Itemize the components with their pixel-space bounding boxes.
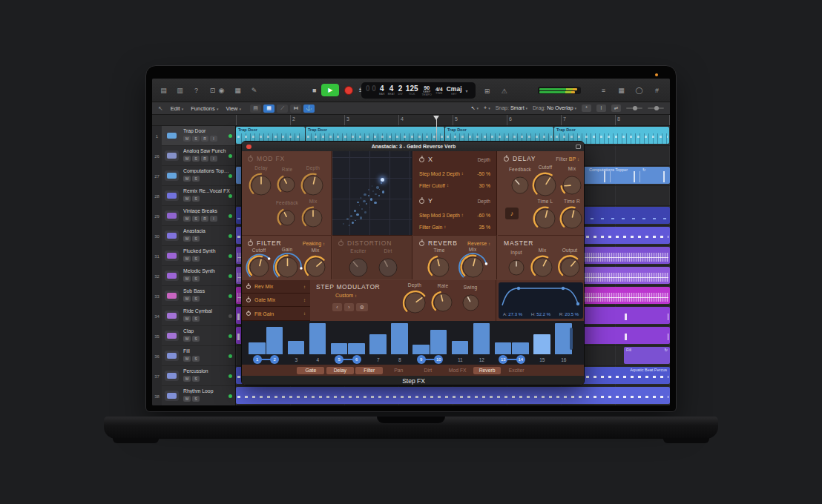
power-icon[interactable] <box>246 311 251 316</box>
track-header-computations-topper[interactable]: 27Computations TopperMS <box>152 166 236 186</box>
target-row-filt-gain[interactable]: Filt Gain↕ <box>242 308 310 321</box>
envelope-display[interactable]: A: 27.3 % H: 52.2 % R: 20.5 % <box>499 282 583 319</box>
back-icon[interactable]: ↖ <box>158 105 163 112</box>
power-icon[interactable] <box>246 298 251 302</box>
input-monitor-button[interactable]: I <box>210 216 217 222</box>
note-pads-icon[interactable]: ▦ <box>616 85 627 95</box>
lcd-tempo[interactable]: 90 KEEP TEMPO <box>422 85 432 96</box>
track-header-fill[interactable]: 36FillMS <box>152 346 236 366</box>
plugin-titlebar[interactable]: Anastacia: 3 - Gated Reverse Verb <box>242 142 585 151</box>
power-icon[interactable] <box>248 241 253 246</box>
mute-button[interactable]: M <box>183 376 191 382</box>
x-depth-value[interactable]: -50 % <box>477 171 490 176</box>
mute-button[interactable]: M <box>183 296 191 302</box>
record-enable-button[interactable]: R <box>201 156 208 162</box>
prev-pattern-button[interactable]: ‹ <box>332 303 342 311</box>
mix-knob[interactable] <box>301 253 330 283</box>
solo-button[interactable]: S <box>192 396 200 402</box>
alert-icon[interactable]: ⚠ <box>499 86 510 96</box>
grid-view-icon[interactable]: ▤ <box>250 105 261 113</box>
step-bar-4[interactable] <box>309 323 326 354</box>
menu-functions[interactable]: Functions ▾ <box>191 105 218 112</box>
output-knob[interactable] <box>556 253 585 283</box>
arrangement-row[interactable] <box>236 386 670 405</box>
track-header-clap[interactable]: 35ClapMS <box>152 326 236 346</box>
target-row-rev-mix[interactable]: Rev Mix↕ <box>242 280 310 294</box>
xy-cursor-dot[interactable] <box>381 178 384 182</box>
smart-controls-icon[interactable]: ◉ <box>216 85 227 95</box>
play-button[interactable]: ▶ <box>321 84 339 96</box>
marquee-icon[interactable]: I <box>596 105 606 112</box>
mute-button[interactable]: M <box>183 256 191 262</box>
track-header-melodic-synth[interactable]: 32Melodic SynthMS <box>152 266 236 286</box>
help-icon[interactable]: ? <box>191 85 202 95</box>
lcd-display[interactable]: 0 0 4BAR 4BEAT 2DIV 125TICK 90 KEEP TEMP… <box>361 82 476 99</box>
step-bar-9[interactable] <box>412 345 430 354</box>
fx-button-exciter[interactable]: Exciter <box>503 367 530 374</box>
region[interactable]: Fill↻ <box>624 347 670 364</box>
solo-button[interactable]: S <box>192 256 200 262</box>
y-depth-value[interactable]: -60 % <box>477 213 490 218</box>
pointer-tool-menu[interactable]: ↖ ▾ <box>471 105 479 111</box>
editors-icon[interactable]: ✎ <box>249 85 260 95</box>
power-icon[interactable] <box>246 285 251 289</box>
step-bar-12[interactable] <box>473 323 490 354</box>
link-icon[interactable] <box>576 145 581 149</box>
pattern-preset-dropdown[interactable]: Custom ↕ <box>335 293 357 298</box>
mute-button[interactable]: M <box>183 316 191 322</box>
mute-button[interactable]: M <box>183 276 191 282</box>
flex-icon[interactable]: ⧓ <box>290 105 301 113</box>
drag-handle[interactable] <box>570 328 573 349</box>
time-knob[interactable] <box>425 253 454 283</box>
track-header-plucked-synth[interactable]: 31Plucked SynthMS <box>152 246 236 266</box>
close-icon[interactable] <box>246 145 251 150</box>
time-r-knob[interactable] <box>557 204 585 235</box>
track-header-percussion[interactable]: 37PercussionMS <box>152 366 236 386</box>
linked-step-numbers[interactable]: 1314 <box>495 354 530 365</box>
step-number-label[interactable]: 9 <box>417 355 426 364</box>
step-number-label[interactable]: 13 <box>499 355 507 364</box>
step-number-label[interactable]: 11 <box>452 357 470 362</box>
step-bar-2[interactable] <box>266 327 283 354</box>
step-number-label[interactable]: 7 <box>369 357 387 362</box>
step-number[interactable]: 4 <box>309 354 327 365</box>
x-assignment-row[interactable]: Step Mod 2 Depth ↕ -50 % <box>419 170 490 177</box>
attack-value[interactable]: A: 27.3 % <box>503 312 522 316</box>
step-bar-6[interactable] <box>348 343 365 354</box>
power-icon[interactable] <box>419 157 424 162</box>
solo-button[interactable]: S <box>192 136 200 142</box>
inspector-icon[interactable]: ▥ <box>174 85 185 95</box>
step-number[interactable]: 8 <box>391 354 409 365</box>
step-number-label[interactable]: 2 <box>270 355 279 364</box>
power-icon[interactable] <box>338 241 343 246</box>
swing-knob[interactable] <box>458 290 484 317</box>
drag-menu[interactable]: Drag: No Overlap ▾ <box>533 105 576 110</box>
chevron-down-icon[interactable]: ▾ <box>466 88 468 93</box>
track-header-trap-door[interactable]: 1Trap DoorMSRI <box>152 126 236 146</box>
browser-icon[interactable]: # <box>651 85 662 95</box>
horizontal-zoom-slider[interactable] <box>626 107 642 109</box>
step-number[interactable]: 12 <box>473 354 491 365</box>
step-number-label[interactable]: 4 <box>309 357 327 362</box>
bar-ruler[interactable]: 2345678 <box>152 115 670 126</box>
step-number[interactable]: 15 <box>533 354 551 365</box>
power-icon[interactable] <box>504 156 509 162</box>
step-bar-8[interactable] <box>391 323 408 354</box>
step-number[interactable]: 7 <box>369 354 387 365</box>
power-icon[interactable] <box>419 199 424 204</box>
x-depth-value[interactable]: 30 % <box>479 183 491 188</box>
track-header-anastacia[interactable]: 30AnastaciaMS <box>152 226 236 246</box>
step-bar-7[interactable] <box>369 334 387 354</box>
step-number-label[interactable]: 5 <box>335 355 343 364</box>
step-number-label[interactable]: 8 <box>391 357 409 362</box>
menu-edit[interactable]: Edit ▾ <box>171 105 184 112</box>
y-depth-value[interactable]: 35 % <box>479 225 491 230</box>
step-bar-11[interactable] <box>452 341 469 354</box>
mute-button[interactable]: M <box>183 356 191 362</box>
track-header-remix-re-vocal-fx[interactable]: 28Remix Re...Vocal FXMS <box>152 186 236 206</box>
mute-button[interactable]: M <box>183 336 191 342</box>
linked-step-numbers[interactable]: 56 <box>331 354 366 365</box>
fx-button-reverb[interactable]: Reverb <box>473 367 501 374</box>
step-number-label[interactable]: 3 <box>288 357 306 362</box>
step-number-label[interactable]: 6 <box>352 355 361 364</box>
